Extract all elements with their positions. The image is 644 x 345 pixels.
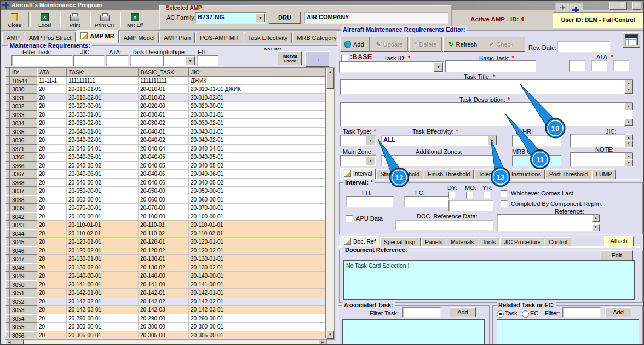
- column-header-task[interactable]: TASK:: [67, 68, 139, 77]
- task-type-combo[interactable]: ▼: [340, 135, 376, 146]
- mrb-code-input[interactable]: [512, 155, 561, 166]
- go-arrow-button[interactable]: →: [305, 51, 329, 67]
- tab-detail-special-insp[interactable]: Special Insp.: [380, 237, 421, 247]
- grid-row[interactable]: 30322020-020-00-0120-020-0020-020-00-01: [5, 102, 325, 111]
- grid-row[interactable]: 30502020-141-00-0120-141-0020-141-00-01: [5, 280, 325, 289]
- column-header-basic-task[interactable]: BASIC_TASK:: [139, 68, 189, 77]
- hscroll-thumb[interactable]: [13, 340, 24, 345]
- chevron-down-icon[interactable]: ▼: [434, 62, 443, 72]
- tab-detail-materials[interactable]: Materials: [447, 237, 478, 247]
- grid-row[interactable]: 30562020-305-00-0120-305-0020-305-00-01: [5, 331, 325, 339]
- grid-row[interactable]: 30452020-120-01-0120-120-0120-120-01-01: [5, 238, 325, 246]
- fh-input[interactable]: [346, 196, 394, 208]
- mo-checkbox[interactable]: [466, 192, 473, 199]
- attach-button[interactable]: Attach: [604, 236, 634, 246]
- grid-hscrollbar[interactable]: ◀ ▶: [5, 339, 327, 345]
- ec-radio[interactable]: [522, 311, 529, 318]
- add-button[interactable]: Add: [341, 38, 368, 50]
- note-textarea[interactable]: [570, 152, 633, 167]
- tab-task-effectivity[interactable]: Task Effectivity: [244, 32, 292, 43]
- toolbar-button-mr-eff[interactable]: XMR Eff: [122, 11, 148, 28]
- filter-eff-input[interactable]: [197, 55, 219, 66]
- tab-amp-pos-struct[interactable]: AMP Pos Struct: [25, 32, 76, 43]
- tab-detail-panels[interactable]: Panels: [421, 237, 446, 247]
- scroll-down-icon[interactable]: ▼: [625, 119, 633, 126]
- column-header-id[interactable]: ID:: [10, 68, 37, 77]
- grid-row[interactable]: 30382020-060-00-0120-060-0020-060-00-01: [5, 196, 325, 204]
- associated-add-button[interactable]: Add: [450, 307, 476, 317]
- grid-row[interactable]: 30482020-130-02-0120-130-0220-130-02-01: [5, 263, 325, 272]
- tab-amp-mr[interactable]: AMP MR: [76, 30, 118, 43]
- tab-threshold-finish-threshold[interactable]: Finish Threshold: [424, 169, 474, 179]
- tab-threshold-tolerance[interactable]: Tolerance: [474, 169, 507, 179]
- chevron-down-icon[interactable]: ▼: [366, 136, 375, 145]
- grid-row[interactable]: 30432020-110-01-0120-110-0120-110-01-01: [5, 221, 325, 229]
- grid-row[interactable]: 30362020-040-02-0120-040-0220-040-02-01: [5, 136, 325, 145]
- document-reference-text[interactable]: No Task Card Selection !: [343, 260, 635, 300]
- grid-row[interactable]: 33712020-040-04-0120-040-0420-040-04-01: [5, 145, 325, 153]
- grid-row[interactable]: 30392020-070-00-0120-070-0020-070-00-01: [5, 204, 325, 212]
- scroll-down-icon[interactable]: ▼: [326, 331, 334, 339]
- restore-button[interactable]: □: [618, 2, 627, 10]
- filter-task-input[interactable]: [12, 55, 73, 66]
- tab-threshold-post-threshold[interactable]: Post Threshold: [545, 169, 591, 179]
- grid-row[interactable]: 1054411-11-111111111111111111111ДЖИК: [5, 77, 325, 85]
- associated-filter-input[interactable]: [403, 307, 441, 318]
- filter-type-combo[interactable]: ▼: [163, 55, 196, 66]
- associated-task-list[interactable]: [342, 319, 485, 344]
- close-window-button[interactable]: ×: [632, 2, 641, 10]
- tab-threshold-start-threshold[interactable]: Start Threshold: [376, 169, 423, 179]
- task-effectivity-combo[interactable]: ALL ▼: [381, 135, 498, 146]
- chevron-down-icon[interactable]: ▼: [487, 136, 497, 145]
- doc-ref-data-input[interactable]: [395, 220, 493, 231]
- related-task-list[interactable]: [497, 319, 639, 344]
- main-zone-combo[interactable]: ▼: [340, 155, 376, 166]
- task-description-textarea[interactable]: [340, 102, 633, 127]
- grid-row[interactable]: 33672020-040-06-0120-040-0620-040-06-01: [5, 170, 325, 179]
- grid-row[interactable]: 30342020-030-02-0120-030-0220-030-02-01: [5, 119, 325, 128]
- interval-check-button[interactable]: IntervalCheck: [278, 51, 302, 65]
- toolbar-button-print-cr[interactable]: Print CR: [92, 11, 118, 28]
- chevron-down-icon[interactable]: ▼: [366, 156, 375, 165]
- calendar-button[interactable]: [623, 32, 640, 48]
- scroll-down-icon[interactable]: ▼: [625, 140, 633, 147]
- filter-ata-input[interactable]: [106, 55, 129, 66]
- grid-row[interactable]: 30422020-100-00-0120-100-0020-100-00-01: [5, 212, 325, 221]
- tab-amp[interactable]: AMP: [2, 32, 24, 43]
- task-radio[interactable]: [497, 311, 504, 318]
- task-id-combo[interactable]: ▼: [339, 61, 444, 73]
- grid-row[interactable]: 30372020-050-00-0120-050-0020-050-00-01: [5, 187, 325, 196]
- grid-row[interactable]: 30532020-142-03-0120-142-0320-142-03-01: [5, 306, 325, 314]
- ac-family-combo[interactable]: B737-NG ▼: [195, 12, 266, 24]
- scroll-up-icon[interactable]: ▲: [592, 215, 600, 222]
- tab-amp-plan[interactable]: AMP Plan: [159, 32, 195, 43]
- refresh-button[interactable]: ↻Refresh: [445, 38, 481, 50]
- grid-vscrollbar[interactable]: ▲ ▼: [326, 67, 335, 340]
- tab-detail-doc-ref[interactable]: Doc. Ref: [340, 236, 380, 247]
- tab-threshold-lump[interactable]: LUMP: [592, 169, 616, 179]
- filter-jic-input[interactable]: [73, 55, 105, 66]
- grid-row[interactable]: 30462020-120-02-0120-120-0220-120-02-01: [5, 246, 325, 255]
- grid-row[interactable]: 30522020-142-02-0120-142-0220-142-02-01: [5, 297, 325, 306]
- scroll-down-icon[interactable]: ▼: [592, 224, 600, 231]
- minimize-button[interactable]: _: [609, 2, 618, 10]
- additional-zones-input[interactable]: [381, 155, 498, 166]
- mhr-input[interactable]: [512, 135, 561, 147]
- vscroll-thumb[interactable]: [326, 76, 334, 89]
- tab-amp-model[interactable]: AMP Model: [119, 32, 159, 43]
- grid-row[interactable]: 30492020-140-00-0120-140-0020-140-00-01: [5, 272, 325, 280]
- toolbar-button-close[interactable]: Close: [2, 11, 27, 28]
- tab-mrb-category[interactable]: MRB Category: [292, 32, 341, 43]
- calendar-interval-input[interactable]: [449, 200, 493, 211]
- grid-row[interactable]: 30472020-130-01-0120-130-0120-130-01-01: [5, 255, 325, 263]
- task-title-textarea[interactable]: [340, 79, 633, 95]
- related-add-button[interactable]: Add: [605, 307, 631, 317]
- tab-pos-amp-mr[interactable]: POS-AMP MR: [196, 32, 243, 43]
- grid-row[interactable]: 30332020-030-01-0120-030-0120-030-01-01: [5, 111, 325, 119]
- yr-checkbox[interactable]: [484, 192, 491, 199]
- tab-detail-tools[interactable]: Tools: [479, 237, 500, 247]
- reference-textarea[interactable]: [497, 214, 600, 232]
- grid-row[interactable]: 33682020-040-06-0220-040-0620-040-05-02: [5, 179, 325, 187]
- grid-row[interactable]: 30552020-300-00-0120-300-0020-300-00-01: [5, 323, 325, 331]
- toolbar-button-print[interactable]: Print: [62, 11, 88, 28]
